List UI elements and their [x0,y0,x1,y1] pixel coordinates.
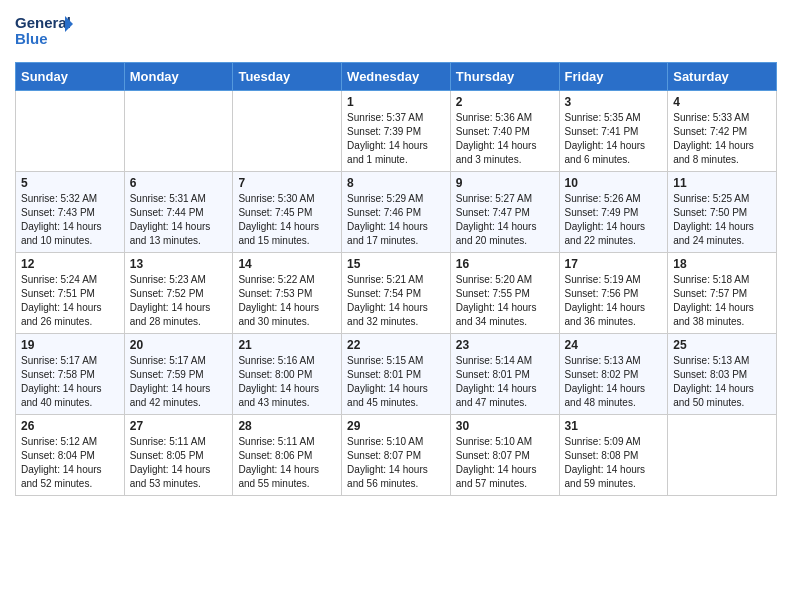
day-header-sunday: Sunday [16,63,125,91]
day-number: 5 [21,176,119,190]
calendar-day-cell: 18Sunrise: 5:18 AM Sunset: 7:57 PM Dayli… [668,253,777,334]
calendar-day-cell: 30Sunrise: 5:10 AM Sunset: 8:07 PM Dayli… [450,415,559,496]
empty-day-cell [668,415,777,496]
calendar-day-cell: 7Sunrise: 5:30 AM Sunset: 7:45 PM Daylig… [233,172,342,253]
calendar-day-cell: 14Sunrise: 5:22 AM Sunset: 7:53 PM Dayli… [233,253,342,334]
calendar-week-row: 5Sunrise: 5:32 AM Sunset: 7:43 PM Daylig… [16,172,777,253]
empty-day-cell [16,91,125,172]
calendar-table: SundayMondayTuesdayWednesdayThursdayFrid… [15,62,777,496]
calendar-day-cell: 27Sunrise: 5:11 AM Sunset: 8:05 PM Dayli… [124,415,233,496]
calendar-day-cell: 10Sunrise: 5:26 AM Sunset: 7:49 PM Dayli… [559,172,668,253]
day-number: 29 [347,419,445,433]
calendar-day-cell: 20Sunrise: 5:17 AM Sunset: 7:59 PM Dayli… [124,334,233,415]
day-header-monday: Monday [124,63,233,91]
day-number: 24 [565,338,663,352]
day-info: Sunrise: 5:16 AM Sunset: 8:00 PM Dayligh… [238,354,336,410]
day-info: Sunrise: 5:27 AM Sunset: 7:47 PM Dayligh… [456,192,554,248]
calendar-day-cell: 24Sunrise: 5:13 AM Sunset: 8:02 PM Dayli… [559,334,668,415]
day-number: 30 [456,419,554,433]
empty-day-cell [233,91,342,172]
svg-text:General: General [15,14,71,31]
day-info: Sunrise: 5:11 AM Sunset: 8:05 PM Dayligh… [130,435,228,491]
calendar-day-cell: 29Sunrise: 5:10 AM Sunset: 8:07 PM Dayli… [342,415,451,496]
calendar-day-cell: 16Sunrise: 5:20 AM Sunset: 7:55 PM Dayli… [450,253,559,334]
day-number: 9 [456,176,554,190]
day-number: 8 [347,176,445,190]
day-number: 21 [238,338,336,352]
day-number: 6 [130,176,228,190]
day-info: Sunrise: 5:33 AM Sunset: 7:42 PM Dayligh… [673,111,771,167]
calendar-day-cell: 26Sunrise: 5:12 AM Sunset: 8:04 PM Dayli… [16,415,125,496]
calendar-week-row: 1Sunrise: 5:37 AM Sunset: 7:39 PM Daylig… [16,91,777,172]
day-number: 14 [238,257,336,271]
day-number: 19 [21,338,119,352]
day-number: 25 [673,338,771,352]
day-info: Sunrise: 5:13 AM Sunset: 8:03 PM Dayligh… [673,354,771,410]
day-info: Sunrise: 5:35 AM Sunset: 7:41 PM Dayligh… [565,111,663,167]
calendar-day-cell: 15Sunrise: 5:21 AM Sunset: 7:54 PM Dayli… [342,253,451,334]
day-number: 2 [456,95,554,109]
day-number: 20 [130,338,228,352]
calendar-day-cell: 28Sunrise: 5:11 AM Sunset: 8:06 PM Dayli… [233,415,342,496]
day-info: Sunrise: 5:19 AM Sunset: 7:56 PM Dayligh… [565,273,663,329]
calendar-day-cell: 2Sunrise: 5:36 AM Sunset: 7:40 PM Daylig… [450,91,559,172]
day-header-wednesday: Wednesday [342,63,451,91]
day-header-saturday: Saturday [668,63,777,91]
day-number: 27 [130,419,228,433]
day-info: Sunrise: 5:14 AM Sunset: 8:01 PM Dayligh… [456,354,554,410]
calendar-day-cell: 11Sunrise: 5:25 AM Sunset: 7:50 PM Dayli… [668,172,777,253]
day-header-friday: Friday [559,63,668,91]
day-info: Sunrise: 5:36 AM Sunset: 7:40 PM Dayligh… [456,111,554,167]
calendar-day-cell: 4Sunrise: 5:33 AM Sunset: 7:42 PM Daylig… [668,91,777,172]
day-number: 28 [238,419,336,433]
svg-text:Blue: Blue [15,30,48,47]
day-number: 22 [347,338,445,352]
day-info: Sunrise: 5:30 AM Sunset: 7:45 PM Dayligh… [238,192,336,248]
day-header-thursday: Thursday [450,63,559,91]
day-info: Sunrise: 5:09 AM Sunset: 8:08 PM Dayligh… [565,435,663,491]
day-number: 11 [673,176,771,190]
day-number: 15 [347,257,445,271]
day-number: 3 [565,95,663,109]
calendar-day-cell: 31Sunrise: 5:09 AM Sunset: 8:08 PM Dayli… [559,415,668,496]
day-info: Sunrise: 5:23 AM Sunset: 7:52 PM Dayligh… [130,273,228,329]
calendar-day-cell: 3Sunrise: 5:35 AM Sunset: 7:41 PM Daylig… [559,91,668,172]
calendar-day-cell: 8Sunrise: 5:29 AM Sunset: 7:46 PM Daylig… [342,172,451,253]
calendar-day-cell: 21Sunrise: 5:16 AM Sunset: 8:00 PM Dayli… [233,334,342,415]
day-info: Sunrise: 5:17 AM Sunset: 7:59 PM Dayligh… [130,354,228,410]
calendar-day-cell: 6Sunrise: 5:31 AM Sunset: 7:44 PM Daylig… [124,172,233,253]
logo: General Blue [15,10,75,54]
page-container: General Blue SundayMondayTuesdayWednesda… [0,0,792,511]
day-number: 7 [238,176,336,190]
day-number: 10 [565,176,663,190]
calendar-week-row: 19Sunrise: 5:17 AM Sunset: 7:58 PM Dayli… [16,334,777,415]
day-info: Sunrise: 5:22 AM Sunset: 7:53 PM Dayligh… [238,273,336,329]
calendar-week-row: 26Sunrise: 5:12 AM Sunset: 8:04 PM Dayli… [16,415,777,496]
calendar-day-cell: 25Sunrise: 5:13 AM Sunset: 8:03 PM Dayli… [668,334,777,415]
calendar-day-cell: 1Sunrise: 5:37 AM Sunset: 7:39 PM Daylig… [342,91,451,172]
day-number: 17 [565,257,663,271]
day-info: Sunrise: 5:31 AM Sunset: 7:44 PM Dayligh… [130,192,228,248]
day-info: Sunrise: 5:26 AM Sunset: 7:49 PM Dayligh… [565,192,663,248]
calendar-day-cell: 22Sunrise: 5:15 AM Sunset: 8:01 PM Dayli… [342,334,451,415]
day-number: 1 [347,95,445,109]
day-info: Sunrise: 5:13 AM Sunset: 8:02 PM Dayligh… [565,354,663,410]
day-info: Sunrise: 5:10 AM Sunset: 8:07 PM Dayligh… [347,435,445,491]
day-number: 12 [21,257,119,271]
day-number: 13 [130,257,228,271]
day-number: 4 [673,95,771,109]
day-info: Sunrise: 5:21 AM Sunset: 7:54 PM Dayligh… [347,273,445,329]
day-info: Sunrise: 5:17 AM Sunset: 7:58 PM Dayligh… [21,354,119,410]
day-info: Sunrise: 5:24 AM Sunset: 7:51 PM Dayligh… [21,273,119,329]
logo-svg: General Blue [15,10,75,54]
calendar-day-cell: 12Sunrise: 5:24 AM Sunset: 7:51 PM Dayli… [16,253,125,334]
day-number: 26 [21,419,119,433]
day-info: Sunrise: 5:15 AM Sunset: 8:01 PM Dayligh… [347,354,445,410]
day-info: Sunrise: 5:25 AM Sunset: 7:50 PM Dayligh… [673,192,771,248]
day-info: Sunrise: 5:18 AM Sunset: 7:57 PM Dayligh… [673,273,771,329]
day-number: 18 [673,257,771,271]
calendar-week-row: 12Sunrise: 5:24 AM Sunset: 7:51 PM Dayli… [16,253,777,334]
empty-day-cell [124,91,233,172]
calendar-day-cell: 9Sunrise: 5:27 AM Sunset: 7:47 PM Daylig… [450,172,559,253]
calendar-day-cell: 23Sunrise: 5:14 AM Sunset: 8:01 PM Dayli… [450,334,559,415]
